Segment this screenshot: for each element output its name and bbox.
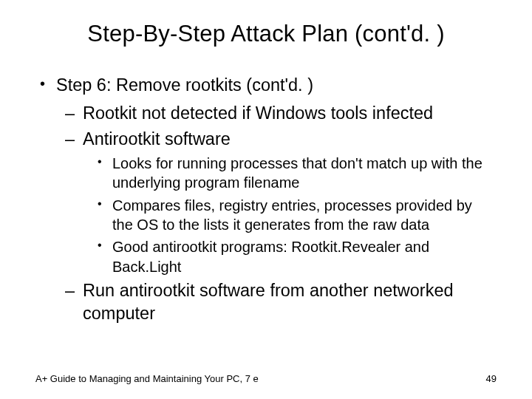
page-number: 49 — [486, 373, 497, 384]
bullet-l2: Run antirootkit software from another ne… — [56, 279, 497, 325]
bullet-l3b-text: Compares files, registry entries, proces… — [112, 197, 472, 233]
bullet-list-l2: Rootkit not detected if Windows tools in… — [56, 102, 497, 325]
footer-left: A+ Guide to Managing and Maintaining You… — [35, 373, 259, 384]
bullet-l3: Looks for running processes that don't m… — [83, 154, 497, 193]
footer: A+ Guide to Managing and Maintaining You… — [35, 373, 497, 384]
bullet-l3: Compares files, registry entries, proces… — [83, 196, 497, 235]
bullet-l2a-text: Rootkit not detected if Windows tools in… — [83, 103, 433, 123]
bullet-l2: Antirootkit software Looks for running p… — [56, 128, 497, 276]
bullet-l2c-text: Run antirootkit software from another ne… — [83, 281, 454, 323]
bullet-l1-text: Step 6: Remove rootkits (cont'd. ) — [56, 75, 313, 95]
bullet-list: Step 6: Remove rootkits (cont'd. ) Rootk… — [35, 74, 497, 325]
bullet-l3a-text: Looks for running processes that don't m… — [112, 155, 482, 191]
bullet-list-l3: Looks for running processes that don't m… — [83, 154, 497, 276]
bullet-l2b-text: Antirootkit software — [83, 129, 231, 149]
bullet-l1: Step 6: Remove rootkits (cont'd. ) Rootk… — [35, 74, 497, 325]
bullet-l3c-text: Good antirootkit programs: Rootkit.Revea… — [112, 239, 429, 274]
bullet-l3: Good antirootkit programs: Rootkit.Revea… — [83, 237, 497, 276]
slide-title: Step-By-Step Attack Plan (cont'd. ) — [35, 21, 497, 47]
bullet-l2: Rootkit not detected if Windows tools in… — [56, 102, 497, 125]
slide: Step-By-Step Attack Plan (cont'd. ) Step… — [0, 0, 532, 399]
